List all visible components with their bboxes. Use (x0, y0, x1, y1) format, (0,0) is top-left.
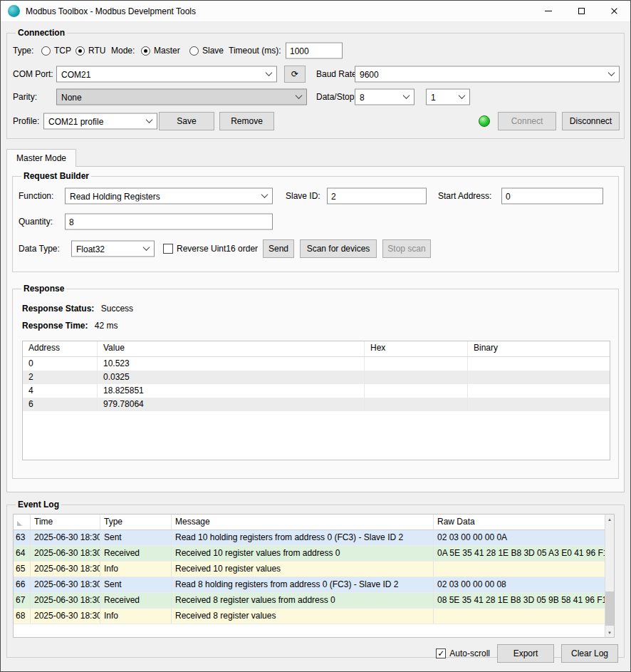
radio-master[interactable]: Master (141, 46, 180, 56)
autoscroll-checkbox[interactable]: Auto-scroll (436, 648, 490, 658)
autoscroll-checkbox-icon (436, 648, 446, 658)
event-log-table-main: Time Type Message Raw Data 63 2025-06-30… (14, 515, 605, 637)
radio-rtu[interactable]: RTU (75, 46, 105, 56)
window-controls (532, 1, 630, 22)
disconnect-button[interactable]: Disconnect (562, 112, 620, 130)
column-header-value[interactable]: Value (98, 341, 365, 356)
minimize-button[interactable] (532, 1, 565, 22)
maximize-button[interactable] (565, 1, 598, 22)
event-log-row[interactable]: 67 2025-06-30 18:30 Received Received 8 … (14, 593, 605, 609)
column-header-address[interactable]: Address (23, 341, 98, 356)
remove-profile-button[interactable]: Remove (219, 112, 274, 130)
chevron-down-icon (266, 69, 273, 76)
radio-slave[interactable]: Slave (189, 46, 224, 56)
event-log-legend: Event Log (16, 500, 61, 510)
chevron-down-icon (146, 116, 153, 123)
response-time-label: Response Time: (22, 321, 88, 331)
event-log-scrollbar[interactable]: ▲ ▼ (605, 515, 614, 637)
radio-tcp[interactable]: TCP (41, 46, 71, 56)
profile-select[interactable]: COM21 profile (43, 113, 157, 130)
export-button[interactable]: Export (497, 644, 554, 663)
com-port-select[interactable]: COM21 (56, 66, 277, 83)
response-table-row[interactable]: 4 18.825851 (23, 384, 610, 398)
cell-hex (365, 371, 468, 384)
parity-select[interactable]: None (56, 89, 307, 105)
refresh-ports-button[interactable]: ⟳ (284, 66, 306, 83)
cell-type: Received (100, 546, 172, 561)
scrollbar-track[interactable] (605, 524, 614, 628)
event-log-row[interactable]: 65 2025-06-30 18:30 Info Received 10 reg… (14, 562, 605, 577)
profile-label: Profile: (13, 116, 39, 126)
tab-label: Master Mode (16, 153, 66, 163)
save-profile-button[interactable]: Save (159, 112, 214, 130)
stop-scan-button[interactable]: Stop scan (382, 239, 431, 258)
timeout-input[interactable] (286, 43, 343, 59)
response-time-value: 42 ms (95, 321, 118, 331)
event-log-row[interactable]: 63 2025-06-30 18:30 Sent Read 10 holding… (14, 530, 605, 546)
stop-bits-select[interactable]: 1 (426, 89, 470, 105)
connect-button[interactable]: Connect (498, 112, 556, 130)
event-log-table: Time Type Message Raw Data 63 2025-06-30… (13, 514, 615, 638)
cell-hex (365, 398, 468, 411)
stop-bits-value: 1 (431, 92, 459, 102)
data-bits-value: 8 (360, 92, 404, 102)
send-button[interactable]: Send (263, 239, 294, 258)
response-table-header: Address Value Hex Binary (23, 341, 610, 357)
data-type-select[interactable]: Float32 (71, 241, 155, 257)
close-button[interactable] (598, 1, 630, 22)
response-table-row[interactable]: 2 0.0325 (23, 371, 610, 384)
data-bits-select[interactable]: 8 (355, 89, 414, 105)
column-header-message[interactable]: Message (172, 515, 434, 529)
column-header-rawdata[interactable]: Raw Data (434, 515, 605, 529)
scroll-down-icon[interactable]: ▼ (605, 628, 614, 637)
baud-rate-select[interactable]: 9600 (355, 66, 620, 83)
scrollbar-thumb[interactable] (605, 591, 614, 626)
response-table-body: 0 10.523 2 0.0325 (23, 357, 610, 411)
cell-type: Sent (100, 530, 172, 545)
column-header-binary[interactable]: Binary (468, 341, 610, 356)
reverse-uint16-label: Reverse Uint16 order (177, 244, 258, 254)
scan-for-devices-button[interactable]: Scan for devices (300, 239, 377, 258)
quantity-input[interactable] (65, 214, 273, 230)
close-icon (610, 7, 618, 15)
reverse-uint16-checkbox[interactable]: Reverse Uint16 order (163, 244, 258, 254)
cell-rawdata: 08 5E 35 41 28 1E B8 3D 05 9B 58 41 96 F… (434, 593, 605, 608)
baud-rate-value: 9600 (360, 69, 609, 79)
scroll-up-icon[interactable]: ▲ (605, 515, 614, 524)
type-label: Type: (13, 46, 33, 56)
cell-time: 2025-06-30 18:30 (31, 609, 100, 624)
response-time-line: Response Time: 42 ms (22, 321, 612, 331)
cell-address: 0 (23, 357, 98, 371)
cell-binary (468, 371, 610, 384)
function-value: Read Holding Registers (70, 191, 262, 201)
function-select[interactable]: Read Holding Registers (65, 188, 273, 205)
column-header-hex[interactable]: Hex (365, 341, 468, 356)
cell-time: 2025-06-30 18:30 (31, 546, 100, 561)
response-table-row[interactable]: 6 979.78064 (23, 398, 610, 411)
cell-binary (468, 384, 610, 398)
response-table-row[interactable]: 0 10.523 (23, 357, 610, 371)
cell-message: Received 10 register values (172, 562, 434, 577)
radio-rtu-icon (75, 46, 85, 56)
event-log-header: Time Type Message Raw Data (14, 515, 605, 530)
function-label: Function: (19, 191, 53, 201)
response-status-label: Response Status: (22, 304, 94, 314)
cell-binary (468, 357, 610, 371)
parity-label: Parity: (13, 92, 37, 102)
cell-rownum: 64 (14, 546, 31, 561)
reverse-uint16-checkbox-icon (163, 244, 173, 254)
slave-id-input[interactable] (327, 188, 427, 205)
chevron-down-icon (261, 191, 268, 198)
cell-hex (365, 357, 468, 371)
start-address-input[interactable] (501, 188, 603, 205)
event-log-row[interactable]: 64 2025-06-30 18:30 Received Received 10… (14, 546, 605, 562)
baud-rate-label: Baud Rate: (316, 69, 359, 79)
column-header-type[interactable]: Type (100, 515, 172, 529)
event-log-row[interactable]: 68 2025-06-30 18:30 Info Received 8 regi… (14, 609, 605, 624)
event-log-row[interactable]: 66 2025-06-30 18:30 Sent Read 8 holding … (14, 577, 605, 593)
clear-log-button[interactable]: Clear Log (561, 644, 618, 663)
column-header-rownum[interactable] (14, 515, 31, 529)
column-header-time[interactable]: Time (31, 515, 100, 529)
mode-label: Mode: (111, 46, 135, 56)
tab-master-mode[interactable]: Master Mode (6, 149, 76, 167)
